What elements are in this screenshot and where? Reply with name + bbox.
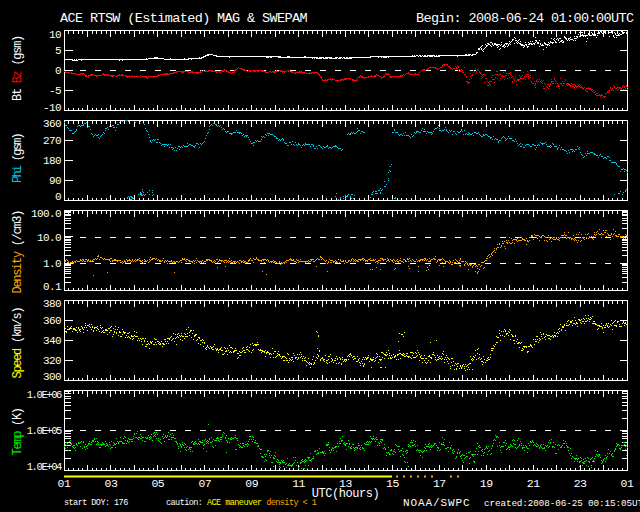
svg-text:created:2008-06-25 00:15:05UTC: created:2008-06-25 00:15:05UTC	[484, 498, 640, 509]
svg-text:03: 03	[104, 477, 117, 490]
svg-text:10.0: 10.0	[37, 232, 61, 244]
svg-text:360: 360	[43, 118, 61, 130]
svg-text:340: 340	[43, 335, 61, 347]
svg-text:0: 0	[55, 65, 61, 77]
svg-text:07: 07	[198, 477, 211, 490]
svg-text:180: 180	[43, 155, 61, 167]
svg-text:19: 19	[480, 477, 493, 490]
svg-text:360: 360	[43, 315, 61, 327]
svg-text:5: 5	[55, 45, 61, 57]
svg-text:Density (/cm3): Density (/cm3)	[11, 211, 25, 294]
svg-text:11: 11	[292, 477, 305, 490]
svg-text:UTC(hours): UTC(hours)	[312, 487, 380, 501]
svg-text:1.0E+06: 1.0E+06	[27, 389, 62, 401]
svg-text:Begin: 2008-06-24 01:00:00UTC: Begin: 2008-06-24 01:00:00UTC	[416, 11, 634, 26]
svg-text:caution: ACE maneuver densit: caution: ACE maneuver density < 1	[166, 498, 317, 508]
svg-text:10: 10	[49, 29, 61, 41]
svg-text:270: 270	[43, 135, 61, 147]
svg-text:1.0: 1.0	[43, 258, 61, 270]
svg-text:0.1: 0.1	[43, 281, 62, 293]
svg-text:09: 09	[245, 477, 258, 490]
svg-text:Bt Bz (gsm): Bt Bz (gsm)	[11, 36, 25, 101]
svg-text:23: 23	[574, 477, 587, 490]
svg-text:1.0E+04: 1.0E+04	[27, 461, 62, 473]
svg-text:-10: -10	[43, 102, 61, 114]
svg-text:01: 01	[621, 477, 634, 490]
svg-text:100.0: 100.0	[31, 208, 61, 220]
svg-text:start DOY: 176: start DOY: 176	[64, 498, 128, 508]
svg-text:0: 0	[55, 191, 61, 203]
svg-text:01: 01	[58, 477, 71, 490]
svg-text:-5: -5	[49, 85, 61, 97]
svg-text:300: 300	[43, 371, 61, 383]
svg-text:17: 17	[433, 477, 446, 490]
svg-text:NOAA/SWPC: NOAA/SWPC	[403, 497, 471, 509]
svg-text:ACE RTSW (Estimated) MAG & SWE: ACE RTSW (Estimated) MAG & SWEPAM	[60, 11, 307, 26]
svg-text:15: 15	[386, 477, 399, 490]
svg-text:380: 380	[43, 298, 61, 310]
svg-text:1.0E+05: 1.0E+05	[27, 425, 62, 437]
svg-text:Phi (gsm): Phi (gsm)	[11, 133, 25, 183]
svg-text:Temp (K): Temp (K)	[11, 408, 25, 455]
svg-text:90: 90	[49, 175, 61, 187]
svg-text:320: 320	[43, 355, 61, 367]
svg-text:05: 05	[151, 477, 164, 490]
svg-text:Speed (km/s): Speed (km/s)	[11, 308, 25, 379]
svg-text:21: 21	[527, 477, 540, 490]
